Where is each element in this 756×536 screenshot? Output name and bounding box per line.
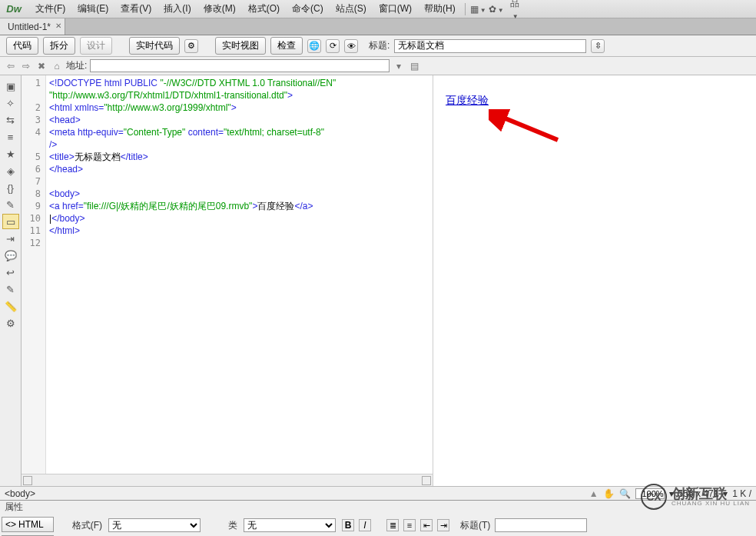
- title-attr-label: 标题(T): [460, 519, 490, 532]
- html-tag-icon: <>: [5, 519, 16, 530]
- address-dropdown-icon[interactable]: ▾: [393, 61, 405, 72]
- tool-star-icon[interactable]: ★: [2, 146, 19, 161]
- class-select[interactable]: 无: [244, 518, 336, 532]
- tool-ruler-icon[interactable]: 📏: [2, 298, 19, 314]
- document-tab-label: Untitled-1*: [8, 22, 51, 32]
- format-select[interactable]: 无: [108, 518, 201, 532]
- code-view-button[interactable]: 代码: [6, 37, 38, 55]
- tool-gear-icon[interactable]: ⚙: [2, 315, 19, 331]
- tool-indent-icon[interactable]: ⇥: [2, 231, 19, 246]
- separator: [465, 3, 466, 15]
- title-scroll-icon[interactable]: ⇳: [591, 39, 605, 53]
- address-input[interactable]: [90, 59, 390, 72]
- tool-pencil-icon[interactable]: ✎: [2, 281, 19, 297]
- address-label: 地址:: [66, 59, 87, 72]
- view-toolbar: 代码 拆分 设计 实时代码 ⚙ 实时视图 检查 🌐 ⟳ 👁 标题: ⇳: [0, 35, 756, 57]
- tool-collapse-icon[interactable]: ▣: [2, 78, 19, 94]
- tool-swap-icon[interactable]: ⇆: [2, 112, 19, 128]
- format-label: 格式(F): [60, 519, 102, 532]
- main-area: ▣ ✧ ⇆ ≡ ★ ◈ {} ✎ ▭ ⇥ 💬 ↩ ✎ 📏 ⚙ 1 234 567…: [0, 75, 756, 486]
- live-view-button[interactable]: 实时视图: [215, 37, 266, 55]
- tool-highlight-icon[interactable]: ▭: [2, 214, 19, 229]
- split-view-button[interactable]: 拆分: [43, 37, 75, 55]
- extend-icon[interactable]: ✿▼: [489, 4, 504, 15]
- menu-window[interactable]: 窗口(W): [373, 1, 418, 17]
- menu-file[interactable]: 文件(F): [29, 1, 71, 17]
- indent-button[interactable]: ⇥: [437, 519, 449, 531]
- live-code-button[interactable]: 实时代码: [129, 37, 180, 55]
- tool-wrap-icon[interactable]: ↩: [2, 265, 19, 280]
- menu-format[interactable]: 格式(O): [242, 1, 286, 17]
- watermark-sub: CHUANG XIN HU LIAN: [671, 501, 750, 507]
- layout-icon[interactable]: ▦▼: [470, 4, 486, 15]
- outdent-button[interactable]: ⇤: [420, 519, 433, 531]
- code-editor: 1 234 56789101112 <!DOCTYPE html PUBLIC …: [22, 75, 433, 486]
- tool-balloon-icon[interactable]: 💬: [2, 248, 19, 263]
- tool-wand-icon[interactable]: ✧: [2, 95, 19, 111]
- html-mode-button[interactable]: <>HTML: [2, 517, 54, 532]
- ol-button[interactable]: ≡: [403, 519, 416, 531]
- hand-icon[interactable]: ✋: [603, 488, 615, 499]
- live-code-opts-icon[interactable]: ⚙: [184, 39, 198, 53]
- horizontal-scrollbar[interactable]: [22, 474, 433, 486]
- italic-button[interactable]: I: [359, 519, 371, 531]
- tool-nav-icon[interactable]: ◈: [2, 163, 19, 178]
- menu-insert[interactable]: 插入(I): [158, 1, 197, 17]
- menu-modify[interactable]: 修改(M): [197, 1, 242, 17]
- list-icon[interactable]: ▤: [408, 61, 420, 72]
- site-icon[interactable]: 品▼: [507, 0, 522, 21]
- watermark-logo-icon: CX: [641, 484, 667, 510]
- document-tabs: Untitled-1* ✕: [0, 18, 756, 35]
- close-icon[interactable]: ✕: [55, 22, 61, 30]
- design-view-button[interactable]: 设计: [80, 37, 112, 55]
- tool-comment-icon[interactable]: ✎: [2, 197, 19, 212]
- watermark: CX 创新互联 CHUANG XIN HU LIAN: [641, 484, 750, 510]
- title-input[interactable]: [394, 39, 586, 53]
- live-preview: 百度经验: [433, 75, 756, 486]
- stop-icon[interactable]: ✖: [35, 61, 48, 72]
- menu-view[interactable]: 查看(V): [114, 1, 158, 17]
- refresh-icon[interactable]: ⟳: [326, 39, 340, 53]
- app-logo: Dw: [3, 2, 25, 17]
- line-gutter: 1 234 56789101112: [22, 75, 46, 474]
- eye-icon[interactable]: 👁: [344, 39, 358, 53]
- ul-button[interactable]: ≣: [386, 519, 399, 531]
- code-content[interactable]: <!DOCTYPE html PUBLIC "-//W3C//DTD XHTML…: [46, 75, 433, 474]
- home-icon[interactable]: ⌂: [51, 61, 63, 72]
- menu-bar: Dw 文件(F) 编辑(E) 查看(V) 插入(I) 修改(M) 格式(O) 命…: [0, 0, 756, 18]
- address-bar: ⇦ ⇨ ✖ ⌂ 地址: ▾ ▤: [0, 57, 756, 75]
- menu-edit[interactable]: 编辑(E): [71, 1, 114, 17]
- inspect-button[interactable]: 检查: [270, 37, 303, 55]
- title-label: 标题:: [369, 39, 390, 52]
- watermark-brand: 创新互联: [671, 487, 750, 501]
- pointer-icon[interactable]: ▲: [589, 488, 598, 499]
- back-icon[interactable]: ⇦: [5, 61, 17, 72]
- class-label: 类: [207, 519, 237, 532]
- tool-brackets-icon[interactable]: ≡: [2, 129, 19, 145]
- zoom-icon[interactable]: 🔍: [619, 488, 631, 499]
- tool-braces-icon[interactable]: {}: [2, 180, 19, 195]
- menu-site[interactable]: 站点(S): [330, 1, 373, 17]
- left-toolbar: ▣ ✧ ⇆ ≡ ★ ◈ {} ✎ ▭ ⇥ 💬 ↩ ✎ 📏 ⚙: [0, 75, 22, 486]
- menu-help[interactable]: 帮助(H): [418, 1, 462, 17]
- bold-button[interactable]: B: [342, 519, 354, 531]
- title-attr-input[interactable]: [495, 518, 587, 532]
- menu-commands[interactable]: 命令(C): [286, 1, 330, 17]
- globe-icon[interactable]: 🌐: [307, 39, 321, 53]
- preview-link[interactable]: 百度经验: [446, 94, 489, 108]
- tag-selector[interactable]: <body>: [5, 488, 35, 499]
- document-tab[interactable]: Untitled-1* ✕: [0, 18, 65, 35]
- forward-icon[interactable]: ⇨: [20, 61, 32, 72]
